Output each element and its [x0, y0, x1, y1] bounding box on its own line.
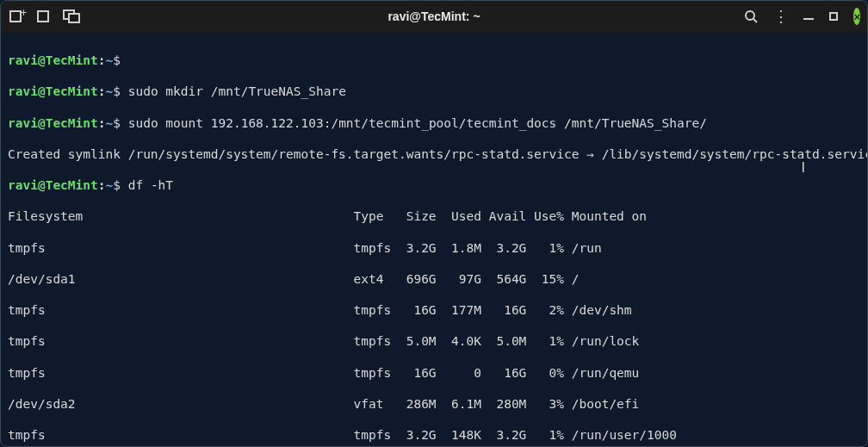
prompt-symbol: $: [113, 84, 121, 98]
text-cursor-ibeam-icon: I: [802, 159, 805, 177]
titlebar-right-controls: ⋮ ×: [748, 8, 860, 25]
svg-line-1: [753, 19, 757, 22]
maximize-button[interactable]: [829, 9, 838, 24]
prompt-symbol: $: [113, 178, 121, 192]
titlebar-left-controls: [8, 9, 120, 24]
maximize-icon: [829, 12, 838, 21]
table-row: tmpfs tmpfs 3.2G 1.8M 3.2G 1% /run: [8, 240, 860, 256]
table-row: tmpfs tmpfs 16G 177M 16G 2% /dev/shm: [8, 302, 860, 318]
prompt-line: ravi@TecMint:~$ sudo mount 192.168.122.1…: [8, 115, 860, 131]
prompt-at: @: [38, 84, 46, 98]
prompt-path: ~: [106, 178, 114, 192]
prompt-line: ravi@TecMint:~$ df -hT: [8, 177, 860, 193]
table-row: /dev/sda2 vfat 286M 6.1M 280M 3% /boot/e…: [8, 396, 860, 412]
windows-list-button[interactable]: [63, 9, 78, 24]
new-tab-button[interactable]: [8, 9, 23, 24]
prompt-at: @: [38, 178, 46, 192]
prompt-symbol: $: [113, 53, 121, 67]
prompt-colon: :: [98, 178, 106, 192]
prompt-path: ~: [106, 53, 114, 67]
prompt-user: ravi: [8, 178, 38, 192]
window-title: ravi@TecMint: ~: [123, 9, 745, 23]
prompt-user: ravi: [8, 116, 38, 130]
prompt-host: TecMint: [46, 178, 98, 192]
search-button[interactable]: [744, 9, 758, 24]
terminal-viewport[interactable]: ravi@TecMint:~$ ravi@TecMint:~$ sudo mkd…: [1, 32, 867, 446]
prompt-line: ravi@TecMint:~$: [8, 53, 860, 68]
command-df: df -hT: [128, 178, 173, 192]
command-mkdir: sudo mkdir /mnt/TrueNAS_Share: [128, 84, 346, 98]
menu-button[interactable]: ⋮: [773, 9, 788, 24]
prompt-path: ~: [106, 116, 114, 130]
prompt-at: @: [38, 116, 46, 130]
prompt-user: ravi: [8, 84, 38, 98]
minimize-button[interactable]: [803, 9, 814, 24]
prompt-line: ravi@TecMint:~$ sudo mkdir /mnt/TrueNAS_…: [8, 84, 860, 99]
prompt-symbol: $: [113, 116, 121, 130]
df-header: Filesystem Type Size Used Avail Use% Mou…: [8, 208, 860, 224]
prompt-host: TecMint: [46, 116, 98, 130]
minimize-icon: [803, 18, 814, 20]
prompt-user: ravi: [8, 53, 38, 67]
prompt-at: @: [38, 53, 46, 67]
prompt-path: ~: [106, 84, 114, 98]
command-mount: sudo mount 192.168.122.103:/mnt/tecmint_…: [128, 116, 707, 130]
prompt-host: TecMint: [46, 53, 98, 67]
table-row: tmpfs tmpfs 5.0M 4.0K 5.0M 1% /run/lock: [8, 333, 860, 349]
table-row: tmpfs tmpfs 16G 0 16G 0% /run/qemu: [8, 365, 860, 381]
prompt-colon: :: [98, 116, 106, 130]
table-row: /dev/sda1 ext4 696G 97G 564G 15% /: [8, 271, 860, 287]
svg-point-0: [746, 11, 754, 20]
prompt-colon: :: [98, 84, 106, 98]
titlebar: ravi@TecMint: ~ ⋮ ×: [1, 1, 867, 32]
search-icon: [744, 9, 758, 23]
output-symlink: Created symlink /run/systemd/system/remo…: [8, 146, 860, 162]
prompt-host: TecMint: [46, 84, 98, 98]
new-window-button[interactable]: [35, 9, 51, 24]
prompt-colon: :: [98, 53, 106, 67]
table-row: tmpfs tmpfs 3.2G 148K 3.2G 1% /run/user/…: [8, 427, 860, 443]
close-button[interactable]: ×: [853, 8, 860, 25]
